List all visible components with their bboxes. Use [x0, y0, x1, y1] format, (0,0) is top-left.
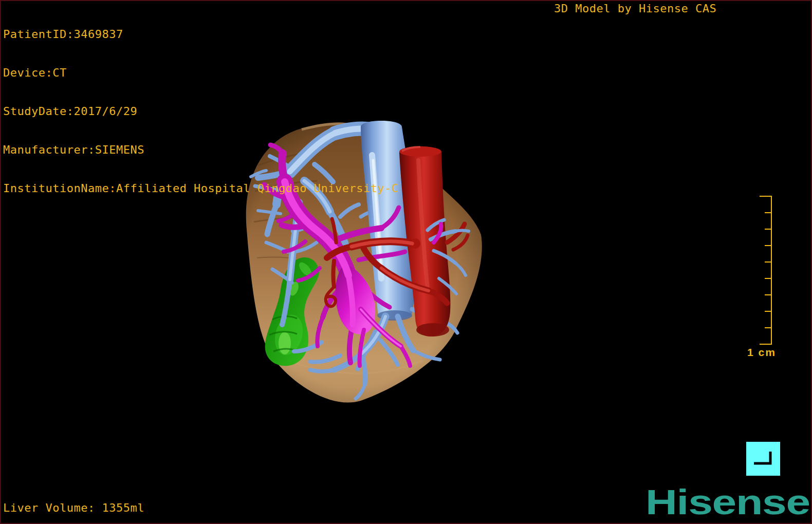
hisense-logo: Hisense [645, 484, 810, 520]
device-line: Device:CT [3, 66, 399, 79]
viewer-window: PatientID:3469837 Device:CT StudyDate:20… [0, 0, 812, 524]
corner-bracket-icon [746, 442, 780, 476]
scale-ruler [760, 196, 772, 344]
watermark-text: 3D Model by Hisense CAS [554, 2, 716, 15]
orientation-cube-button[interactable] [746, 442, 780, 476]
scale-bar-label: 1 cm [745, 346, 778, 359]
patient-id-line: PatientID:3469837 [3, 28, 399, 41]
patient-info-overlay: PatientID:3469837 Device:CT StudyDate:20… [3, 2, 399, 220]
liver-volume-label: Liver Volume: 1355ml [3, 501, 144, 514]
manufacturer-line: Manufacturer:SIEMENS [3, 143, 399, 156]
study-date-line: StudyDate:2017/6/29 [3, 105, 399, 118]
institution-line: InstitutionName:Affiliated Hospital Qing… [3, 182, 399, 195]
